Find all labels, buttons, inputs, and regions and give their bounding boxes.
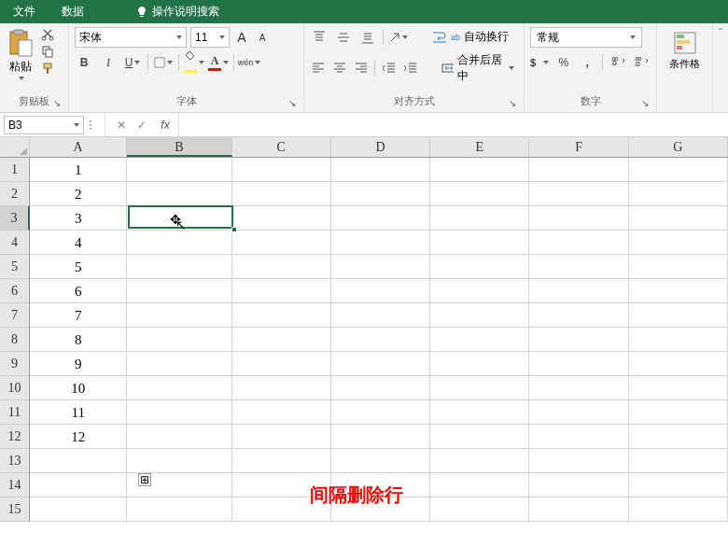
bold-button[interactable]: B: [75, 53, 93, 72]
cell[interactable]: [232, 449, 331, 473]
italic-button[interactable]: I: [99, 53, 118, 72]
cell[interactable]: [629, 279, 728, 303]
cell[interactable]: [127, 206, 231, 231]
cell[interactable]: [529, 279, 628, 303]
cell[interactable]: [232, 158, 331, 182]
cell[interactable]: [127, 255, 231, 279]
align-bottom-button[interactable]: [358, 28, 377, 47]
cell[interactable]: 4: [30, 231, 127, 255]
cell[interactable]: [232, 303, 331, 328]
formula-input[interactable]: [185, 116, 728, 134]
cell[interactable]: [529, 352, 628, 376]
increase-decimal-button[interactable]: .0.00: [609, 53, 627, 72]
align-left-button[interactable]: [310, 59, 326, 77]
column-header[interactable]: G: [629, 137, 728, 157]
cell[interactable]: [430, 255, 529, 279]
accounting-format-button[interactable]: $: [530, 53, 549, 72]
cell[interactable]: 11: [30, 400, 127, 425]
cell[interactable]: 6: [30, 279, 127, 303]
copy-button[interactable]: [39, 44, 56, 59]
cell[interactable]: [629, 231, 728, 255]
cell[interactable]: [30, 449, 127, 473]
cell[interactable]: [629, 182, 728, 206]
cancel-button[interactable]: ✕: [111, 115, 132, 135]
cell[interactable]: [232, 255, 331, 279]
paste-button[interactable]: 粘贴: [6, 27, 35, 82]
cell[interactable]: [127, 400, 231, 425]
row-header[interactable]: 7: [0, 303, 29, 328]
row-header[interactable]: 11: [0, 400, 29, 425]
cell[interactable]: [529, 449, 628, 473]
cell[interactable]: [629, 473, 728, 497]
cell[interactable]: 1: [30, 158, 127, 182]
cell[interactable]: [529, 328, 628, 352]
row-header[interactable]: 4: [0, 231, 29, 255]
column-header[interactable]: B: [127, 137, 231, 157]
dialog-launcher-icon[interactable]: ↘: [641, 98, 649, 108]
font-name-combo[interactable]: 宋体: [75, 27, 187, 48]
cell[interactable]: [30, 473, 127, 497]
cell[interactable]: [629, 376, 728, 400]
cell[interactable]: [529, 231, 628, 255]
collapse-ribbon-icon[interactable]: ˆ: [719, 27, 722, 40]
decrease-indent-button[interactable]: [381, 59, 397, 77]
font-color-button[interactable]: A: [209, 53, 228, 72]
cell[interactable]: [629, 303, 728, 328]
cell[interactable]: [232, 376, 331, 400]
cell[interactable]: 5: [30, 255, 127, 279]
merge-center-button[interactable]: 合并后居中: [438, 50, 518, 86]
row-header[interactable]: 12: [0, 425, 29, 449]
fill-handle[interactable]: [231, 227, 237, 232]
cell[interactable]: [629, 255, 728, 279]
cut-button[interactable]: [39, 27, 56, 42]
cell[interactable]: [629, 158, 728, 182]
cell[interactable]: [127, 376, 231, 400]
row-header[interactable]: 5: [0, 255, 29, 279]
cell[interactable]: [430, 303, 529, 328]
cell[interactable]: [331, 182, 430, 206]
cell[interactable]: [127, 303, 231, 328]
cell[interactable]: [529, 376, 628, 400]
align-middle-button[interactable]: [334, 28, 353, 47]
cell[interactable]: [430, 352, 529, 376]
orientation-button[interactable]: [389, 28, 408, 47]
name-box[interactable]: B3: [4, 116, 84, 134]
number-format-combo[interactable]: 常规: [530, 27, 642, 48]
cell[interactable]: [529, 182, 628, 206]
cell[interactable]: [232, 182, 331, 206]
cell[interactable]: [331, 400, 430, 425]
cell[interactable]: [430, 279, 529, 303]
cell[interactable]: [430, 231, 529, 255]
cell[interactable]: 2: [30, 182, 127, 206]
cell[interactable]: [629, 449, 728, 473]
cell[interactable]: [629, 497, 728, 522]
row-header[interactable]: 15: [0, 497, 29, 522]
insert-function-button[interactable]: fx: [152, 115, 173, 135]
cell[interactable]: [127, 182, 231, 206]
cell[interactable]: [430, 158, 529, 182]
cell[interactable]: [127, 279, 231, 303]
wrap-text-button[interactable]: ab 自动换行: [428, 27, 512, 47]
row-header[interactable]: 14: [0, 473, 29, 497]
cell[interactable]: [331, 376, 430, 400]
dialog-launcher-icon[interactable]: ↘: [288, 98, 296, 108]
cell[interactable]: [529, 303, 628, 328]
cell[interactable]: [331, 425, 430, 449]
cell[interactable]: [331, 206, 430, 231]
row-header[interactable]: 13: [0, 449, 29, 473]
cell[interactable]: [529, 158, 628, 182]
font-size-combo[interactable]: 11: [190, 27, 230, 48]
cell[interactable]: [629, 425, 728, 449]
increase-font-button[interactable]: A: [233, 29, 250, 46]
row-header[interactable]: 1: [0, 158, 29, 182]
row-header[interactable]: 8: [0, 328, 29, 352]
cell[interactable]: 8: [30, 328, 127, 352]
row-header[interactable]: 9: [0, 352, 29, 376]
row-header[interactable]: 3: [0, 206, 30, 231]
decrease-decimal-button[interactable]: .00.0: [632, 53, 651, 72]
cell[interactable]: [430, 400, 529, 425]
cell[interactable]: [232, 328, 331, 352]
column-header[interactable]: C: [232, 137, 331, 157]
tell-me-search[interactable]: 操作说明搜索: [127, 4, 229, 20]
cell[interactable]: [331, 158, 430, 182]
